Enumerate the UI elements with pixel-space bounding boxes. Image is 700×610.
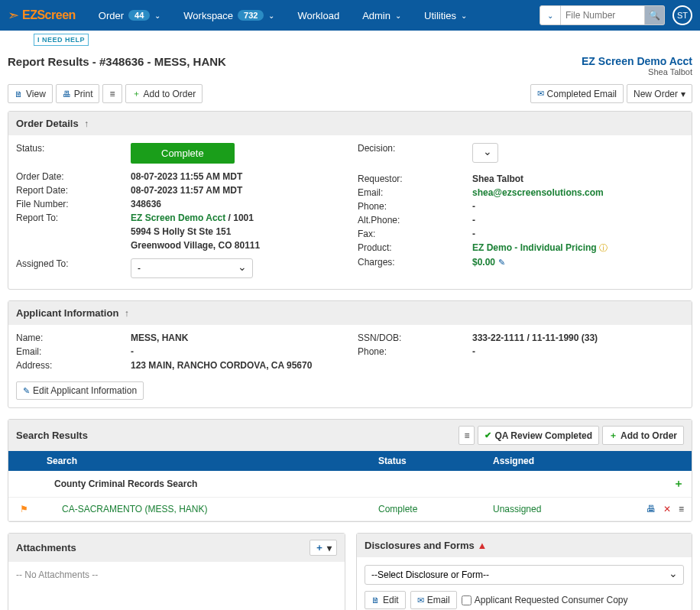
fax-label: Fax: (358, 229, 472, 239)
report-to-addr2: Greenwood Village, CO 80111 (131, 240, 260, 251)
order-details-header[interactable]: Order Details ↑ (8, 112, 692, 135)
add-search-icon[interactable]: ＋ (673, 477, 684, 489)
menu-button[interactable]: ≡ (102, 84, 122, 103)
new-order-label: New Order (634, 89, 678, 99)
decision-select[interactable] (472, 143, 498, 163)
search-results-title: Search Results (16, 430, 88, 441)
order-date-value: 08-07-2023 11:55 AM MDT (131, 171, 242, 182)
decision-label: Decision: (358, 143, 472, 163)
page-header: Report Results - #348636 - MESS, HANK EZ… (0, 49, 700, 84)
completed-email-button[interactable]: ✉Completed Email (530, 84, 624, 103)
order-details-title: Order Details (16, 118, 79, 129)
phone-value: - (472, 201, 475, 212)
nav-utilities-label: Utilities (424, 10, 456, 21)
caret-down-icon: ▾ (681, 89, 685, 99)
no-attachments-text: -- No Attachments -- (16, 569, 337, 580)
plus-icon: ＋ (315, 541, 324, 554)
add-to-order-button[interactable]: ＋Add to Order (125, 84, 203, 103)
top-navbar: ➣ EZScreen Order 44 ⌄ Workspace 732 ⌄ Wo… (0, 0, 700, 31)
sr-add-to-order-button[interactable]: ＋Add to Order (602, 426, 684, 445)
email-value[interactable]: shea@ezscreensolutions.com (472, 187, 604, 198)
disclosures-header: Disclosures and Forms ▲ (357, 534, 692, 557)
nav-workload[interactable]: Workload (297, 10, 339, 21)
address-value: 123 MAIN, RANCHO CORDOVA, CA 95670 (131, 360, 312, 371)
altphone-value: - (472, 215, 475, 226)
search-item-row[interactable]: ⚑ CA-SACRAMENTO (MESS, HANK) Complete Un… (8, 498, 692, 521)
print-icon[interactable]: 🖶 (647, 504, 656, 514)
search-input[interactable] (561, 5, 645, 25)
nav-items: Order 44 ⌄ Workspace 732 ⌄ Workload Admi… (99, 10, 540, 21)
nav-order[interactable]: Order 44 ⌄ (99, 10, 160, 21)
nav-utilities[interactable]: Utilities ⌄ (424, 10, 467, 21)
collapse-up-icon: ↑ (82, 118, 89, 129)
qa-review-button[interactable]: ✔QA Review Completed (478, 426, 599, 445)
print-icon: 🖶 (63, 89, 71, 99)
nav-order-label: Order (99, 10, 124, 21)
pencil-icon: ✎ (23, 386, 30, 396)
help-button[interactable]: I NEED HELP (34, 34, 89, 46)
disclosure-email-button[interactable]: ✉Email (410, 591, 457, 609)
warning-icon: ▲ (477, 540, 487, 551)
account-block: EZ Screen Demo Acct Shea Talbot (582, 55, 692, 76)
nav-admin-label: Admin (362, 10, 391, 21)
print-button[interactable]: 🖶Print (56, 84, 100, 103)
help-row: I NEED HELP (0, 31, 700, 49)
ssn-label: SSN/DOB: (358, 333, 472, 343)
requestor-label: Requestor: (358, 174, 472, 184)
search-item-name[interactable]: CA-SACRAMENTO (MESS, HANK) (39, 498, 371, 521)
edit-applicant-label: Edit Applicant Information (33, 385, 137, 396)
sr-menu-button[interactable]: ≡ (459, 426, 475, 445)
toolbar: 🗎View 🖶Print ≡ ＋Add to Order ✉Completed … (0, 84, 700, 111)
col-status: Status (371, 451, 485, 471)
account-name[interactable]: EZ Screen Demo Acct (582, 55, 692, 67)
disclosure-select[interactable]: --Select Disclosure or Form-- (365, 565, 684, 585)
check-icon: ✔ (484, 430, 491, 440)
chevron-down-icon: ⌄ (268, 11, 274, 20)
add-to-order-label: Add to Order (144, 89, 196, 99)
menu-icon[interactable]: ≡ (679, 504, 684, 514)
applicant-header[interactable]: Applicant Information ↑ (8, 301, 692, 325)
nav-workspace[interactable]: Workspace 732 ⌄ (183, 10, 274, 21)
delete-icon[interactable]: ✕ (663, 504, 671, 514)
logo[interactable]: ➣ EZScreen (8, 7, 76, 24)
search-button[interactable]: 🔍 (645, 5, 665, 25)
view-button[interactable]: 🗎View (8, 84, 53, 103)
product-label: Product: (358, 242, 472, 254)
avatar[interactable]: ST (672, 5, 692, 25)
report-to-addr1: 5994 S Holly St Ste 151 (131, 226, 231, 237)
nav-order-badge: 44 (128, 10, 150, 21)
app-phone-label: Phone: (358, 346, 472, 357)
completed-email-label: Completed Email (547, 89, 617, 99)
consumer-copy-checkbox[interactable]: Applicant Requested Consumer Copy (462, 595, 628, 605)
page-title: Report Results - #348636 - MESS, HANK (8, 55, 226, 68)
nav-workload-label: Workload (297, 10, 339, 21)
add-attachment-button[interactable]: ＋ ▾ (309, 540, 337, 556)
file-number-label: File Number: (16, 199, 131, 209)
search-type-dropdown[interactable]: ⌄ (540, 5, 561, 25)
name-value: MESS, HANK (131, 333, 188, 343)
product-value[interactable]: EZ Demo - Individual Pricing (472, 242, 597, 253)
info-icon[interactable]: ⓘ (599, 243, 608, 252)
file-number-value: 348636 (131, 199, 161, 209)
report-to-label: Report To: (16, 213, 131, 223)
assigned-to-select[interactable]: - (131, 258, 253, 278)
report-to-account[interactable]: EZ Screen Demo Acct (131, 213, 225, 223)
search-group-name: County Criminal Records Search (39, 472, 371, 495)
caret-down-icon: ▾ (327, 543, 332, 553)
consumer-copy-input[interactable] (462, 595, 472, 605)
edit-applicant-button[interactable]: ✎Edit Applicant Information (16, 381, 144, 400)
logo-text: EZScreen (22, 8, 76, 22)
menu-icon: ≡ (109, 89, 115, 99)
report-date-value: 08-07-2023 11:57 AM MDT (131, 185, 242, 196)
nav-admin[interactable]: Admin ⌄ (362, 10, 401, 21)
new-order-button[interactable]: New Order ▾ (627, 84, 692, 103)
charges-value: $0.00 (472, 257, 495, 268)
pencil-icon[interactable]: ✎ (498, 258, 505, 267)
phone-label: Phone: (358, 201, 472, 212)
disclosure-edit-label: Edit (383, 595, 399, 605)
search-group-row: County Criminal Records Search ＋ (8, 471, 692, 498)
qa-review-label: QA Review Completed (494, 430, 592, 441)
disclosure-edit-button[interactable]: 🗎Edit (365, 591, 406, 609)
search-item-status: Complete (371, 498, 485, 521)
flag-icon[interactable]: ⚑ (20, 504, 28, 514)
